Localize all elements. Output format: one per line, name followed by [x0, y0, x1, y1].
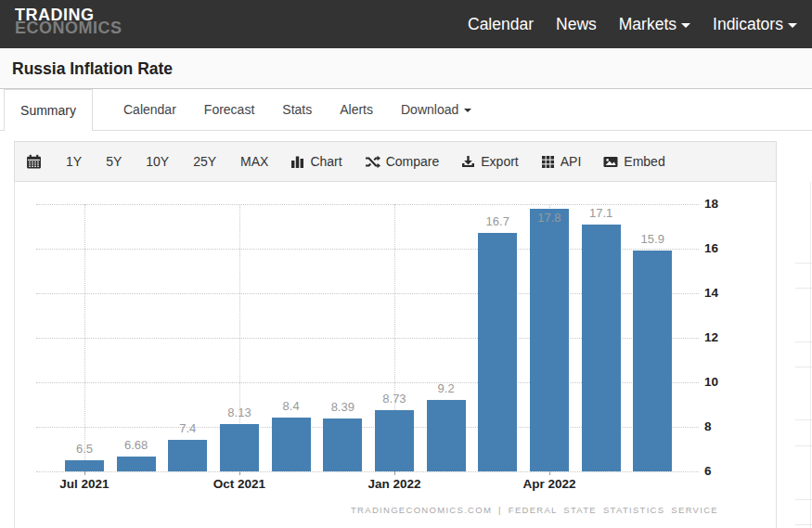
action-label: API — [561, 154, 582, 169]
logo-line2: ECONOMICS — [15, 21, 122, 34]
range-label: 5Y — [106, 154, 122, 169]
nav-item-news[interactable]: News — [556, 15, 597, 34]
chevron-down-icon — [788, 23, 797, 28]
right-column-row-divider — [795, 263, 812, 264]
range-10y-button[interactable]: 10Y — [146, 154, 169, 169]
range-label: 25Y — [193, 154, 216, 169]
tab-label: Alerts — [340, 89, 373, 130]
right-column-row-divider — [795, 524, 812, 525]
chart-plot[interactable]: 681012141618Jul 2021Oct 2021Jan 2022Apr … — [15, 182, 776, 528]
right-column-row-divider — [795, 419, 812, 420]
page: TRADING ECONOMICS Calendar News Markets … — [0, 0, 812, 528]
tab-label: Download — [401, 89, 458, 130]
range-label: MAX — [240, 154, 268, 169]
nav-item-calendar[interactable]: Calendar — [468, 15, 534, 34]
bar[interactable] — [323, 419, 362, 471]
action-label: Embed — [624, 154, 664, 169]
nav-item-label: Markets — [619, 15, 677, 34]
bar-value-label: 6.68 — [109, 438, 164, 452]
chevron-down-icon — [464, 109, 471, 112]
tab-label: Stats — [282, 89, 312, 130]
y-axis-tick-label: 18 — [704, 197, 718, 211]
right-column-row-divider — [795, 499, 812, 500]
nav-items: Calendar News Markets Indicators — [468, 0, 797, 48]
tab-alerts[interactable]: Alerts — [326, 89, 387, 130]
bar[interactable] — [633, 251, 672, 471]
tab-bar: Summary Calendar Forecast Stats Alerts D… — [0, 89, 812, 131]
compare-shuffle-icon — [365, 155, 380, 169]
tab-summary[interactable]: Summary — [4, 89, 93, 131]
y-axis-tick-label: 14 — [704, 286, 718, 300]
bar[interactable] — [375, 410, 414, 471]
bar[interactable] — [530, 209, 569, 471]
range-max-button[interactable]: MAX — [240, 154, 268, 169]
bar-value-label: 16.7 — [470, 214, 525, 228]
x-axis-tick-label: Apr 2022 — [512, 477, 586, 491]
bar-value-label: 9.2 — [419, 381, 474, 395]
bar-value-label: 8.13 — [212, 406, 267, 419]
gridline — [36, 471, 699, 472]
y-axis-tick-label: 8 — [704, 419, 712, 433]
top-nav: TRADING ECONOMICS Calendar News Markets … — [0, 0, 812, 48]
chart-panel: 681012141618Jul 2021Oct 2021Jan 2022Apr … — [14, 182, 777, 528]
bar-value-label: 8.39 — [315, 400, 370, 414]
bar[interactable] — [272, 418, 311, 471]
action-label: Compare — [386, 154, 440, 169]
embed-image-icon — [603, 155, 618, 169]
y-axis-tick-label: 10 — [704, 375, 718, 389]
chart-attribution: TRADINGECONOMICS.COM | FEDERAL STATE STA… — [351, 505, 718, 515]
api-grid-icon — [541, 155, 555, 169]
x-axis-tick-label: Oct 2021 — [202, 477, 277, 491]
gridline — [84, 204, 85, 471]
bar[interactable] — [220, 424, 259, 471]
chart-toolbar: 1Y 5Y 10Y 25Y MAX Chart — [14, 141, 777, 182]
x-axis-tick — [84, 471, 85, 475]
bar[interactable] — [65, 460, 104, 471]
tab-label: Forecast — [204, 89, 254, 130]
api-button[interactable]: API — [541, 154, 582, 169]
page-title: Russia Inflation Rate — [12, 59, 173, 79]
embed-button[interactable]: Embed — [603, 154, 664, 169]
nav-item-label: Calendar — [468, 15, 534, 34]
tab-forecast[interactable]: Forecast — [190, 89, 268, 130]
title-bar: Russia Inflation Rate — [0, 48, 812, 89]
bar[interactable] — [478, 233, 517, 471]
compare-button[interactable]: Compare — [365, 154, 440, 169]
logo[interactable]: TRADING ECONOMICS — [15, 8, 122, 34]
range-label: 1Y — [66, 154, 82, 169]
range-5y-button[interactable]: 5Y — [106, 154, 122, 169]
chart-type-button[interactable]: Chart — [290, 154, 342, 169]
x-axis-tick-label: Jan 2022 — [357, 477, 432, 491]
nav-item-indicators[interactable]: Indicators — [713, 15, 797, 34]
export-button[interactable]: Export — [461, 154, 518, 169]
bar-value-label: 8.4 — [264, 399, 319, 413]
x-axis-tick — [239, 471, 240, 475]
chevron-down-icon — [681, 23, 690, 28]
tab-label: Calendar — [123, 89, 176, 130]
action-label: Chart — [310, 154, 342, 169]
bar[interactable] — [427, 400, 466, 471]
tab-label: Summary — [20, 90, 76, 131]
tab-calendar[interactable]: Calendar — [110, 89, 190, 130]
range-1y-button[interactable]: 1Y — [66, 154, 82, 169]
bar[interactable] — [117, 457, 156, 471]
right-column-row-divider — [795, 367, 812, 367]
range-25y-button[interactable]: 25Y — [193, 154, 216, 169]
tab-download[interactable]: Download — [387, 89, 485, 130]
x-axis-tick — [394, 471, 395, 475]
nav-item-label: Indicators — [713, 15, 783, 34]
bar[interactable] — [582, 225, 621, 471]
bar-value-label: 17.8 — [522, 211, 577, 225]
bar-value-label: 6.5 — [57, 442, 112, 456]
bar[interactable] — [168, 440, 207, 471]
range-label: 10Y — [146, 154, 169, 169]
y-axis-tick-label: 6 — [704, 464, 712, 478]
action-label: Export — [481, 154, 518, 169]
nav-item-label: News — [556, 15, 597, 34]
nav-item-markets[interactable]: Markets — [619, 15, 690, 34]
right-column-row-divider — [795, 341, 812, 342]
bar-value-label: 8.73 — [367, 392, 422, 406]
tab-stats[interactable]: Stats — [268, 89, 326, 130]
right-column-row-divider — [795, 445, 812, 446]
date-range-calendar-button[interactable] — [26, 154, 42, 170]
